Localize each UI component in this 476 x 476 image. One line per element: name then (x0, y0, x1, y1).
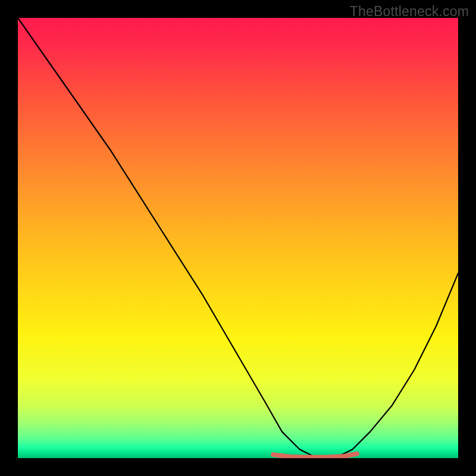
chart-svg (18, 18, 458, 458)
plot-area (18, 18, 458, 458)
watermark-text: TheBottleneck.com (350, 4, 469, 20)
gradient-background (18, 18, 458, 458)
chart-frame: TheBottleneck.com (0, 0, 476, 476)
